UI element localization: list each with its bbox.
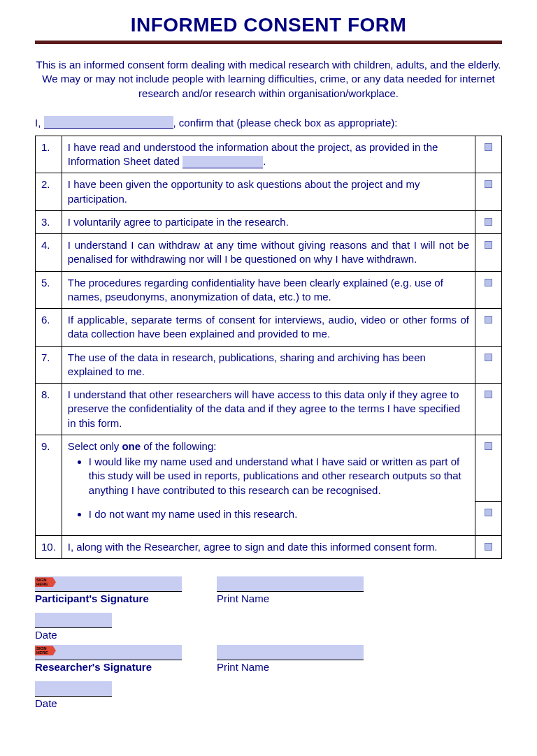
row-8: 8. I understand that other researchers w… bbox=[36, 384, 502, 435]
participant-date-field[interactable] bbox=[35, 613, 112, 628]
researcher-signature-field[interactable]: SIGN HERE bbox=[35, 645, 182, 660]
row-8-num: 8. bbox=[36, 384, 62, 435]
confirm-suffix: , confirm that (please check box as appr… bbox=[173, 117, 398, 129]
row-9-lead: Select only bbox=[68, 440, 122, 452]
row-9-bullet2: I do not want my name used in this resea… bbox=[89, 507, 469, 521]
checkbox-6[interactable] bbox=[485, 316, 492, 324]
row-7: 7. The use of the data in research, publ… bbox=[36, 346, 502, 384]
row-1-text: I have read and understood the informati… bbox=[62, 136, 475, 173]
row-5-text: The procedures regarding confidentiality… bbox=[62, 271, 475, 309]
row-10-text: I, along with the Researcher, agree to s… bbox=[62, 536, 475, 559]
participant-printname-field[interactable] bbox=[217, 576, 364, 592]
row-6: 6. If applicable, separate terms of cons… bbox=[36, 309, 502, 347]
row-4-num: 4. bbox=[36, 234, 62, 272]
row-4: 4. I understand I can withdraw at any ti… bbox=[36, 234, 502, 272]
row-3-text: I voluntarily agree to participate in th… bbox=[62, 210, 475, 233]
row-7-text: The use of the data in research, publica… bbox=[62, 346, 475, 384]
participant-printname-label: Print Name bbox=[217, 593, 364, 604]
participant-date-label: Date bbox=[35, 629, 182, 641]
checkbox-5[interactable] bbox=[485, 279, 492, 286]
row-5-num: 5. bbox=[36, 271, 62, 309]
checkbox-9b[interactable] bbox=[485, 509, 492, 516]
row-3: 3. I voluntarily agree to participate in… bbox=[36, 210, 502, 233]
row-10: 10. I, along with the Researcher, agree … bbox=[36, 536, 502, 559]
row-9-bullet1: I would like my name used and understand… bbox=[89, 455, 469, 497]
checkbox-3[interactable] bbox=[485, 218, 492, 226]
researcher-sig-label: Researcher's Signature bbox=[35, 661, 182, 673]
researcher-date-field[interactable] bbox=[35, 681, 112, 697]
checkbox-2[interactable] bbox=[485, 180, 492, 188]
checkbox-8[interactable] bbox=[485, 391, 492, 398]
checkbox-10[interactable] bbox=[485, 543, 492, 551]
row-9-num: 9. bbox=[36, 435, 62, 535]
participant-sig-block: SIGN HERE Participant's Signature Date P… bbox=[35, 576, 502, 649]
row-2-text: I have been given the opportunity to ask… bbox=[62, 173, 475, 211]
row-10-num: 10. bbox=[36, 536, 62, 559]
title-rule bbox=[35, 41, 502, 44]
checkbox-4[interactable] bbox=[485, 241, 492, 249]
sign-here-tag-2: SIGN HERE bbox=[35, 646, 56, 655]
name-field[interactable] bbox=[44, 116, 173, 129]
row-1-post: . bbox=[263, 155, 266, 167]
row-1: 1. I have read and understood the inform… bbox=[36, 136, 502, 173]
researcher-printname-field[interactable] bbox=[217, 645, 364, 660]
row-9-after: of the following: bbox=[141, 440, 216, 452]
intro-text: This is an informed consent form dealing… bbox=[35, 58, 502, 101]
row-9a: 9. Select only one of the following: I w… bbox=[36, 435, 502, 501]
row-3-num: 3. bbox=[36, 210, 62, 233]
confirm-line: I, , confirm that (please check box as a… bbox=[35, 116, 502, 129]
form-title: INFORMED CONSENT FORM bbox=[35, 14, 502, 41]
row-2: 2. I have been given the opportunity to … bbox=[36, 173, 502, 211]
row-9-text: Select only one of the following: I woul… bbox=[62, 435, 475, 535]
participant-sig-label: Participant's Signature bbox=[35, 593, 182, 604]
confirm-prefix: I, bbox=[35, 117, 44, 129]
row-5: 5. The procedures regarding confidential… bbox=[36, 271, 502, 309]
info-sheet-date-field[interactable] bbox=[182, 156, 263, 168]
row-6-num: 6. bbox=[36, 309, 62, 347]
checkbox-1[interactable] bbox=[485, 143, 492, 151]
row-7-num: 7. bbox=[36, 346, 62, 384]
checkbox-9a[interactable] bbox=[485, 442, 492, 450]
row-6-text: If applicable, separate terms of consent… bbox=[62, 309, 475, 347]
row-9-bold: one bbox=[122, 440, 141, 452]
checkbox-7[interactable] bbox=[485, 354, 492, 361]
researcher-printname-label: Print Name bbox=[217, 661, 364, 673]
researcher-sig-block: SIGN HERE Researcher's Signature Date Pr… bbox=[35, 645, 502, 718]
participant-signature-field[interactable]: SIGN HERE bbox=[35, 576, 182, 592]
consent-table: 1. I have read and understood the inform… bbox=[35, 136, 502, 560]
sign-here-tag: SIGN HERE bbox=[35, 577, 56, 587]
row-1-num: 1. bbox=[36, 136, 62, 173]
row-2-num: 2. bbox=[36, 173, 62, 211]
researcher-date-label: Date bbox=[35, 697, 182, 709]
row-4-text: I understand I can withdraw at any time … bbox=[62, 234, 475, 272]
row-8-text: I understand that other researchers will… bbox=[62, 384, 475, 435]
